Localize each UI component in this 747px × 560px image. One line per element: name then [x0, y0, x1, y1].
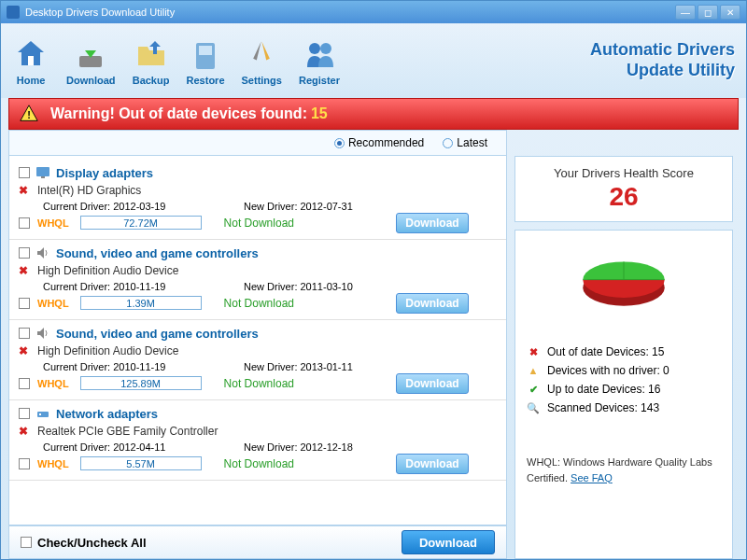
- category-name[interactable]: Sound, video and game controllers: [56, 246, 259, 260]
- device-block: Sound, video and game controllers✖High D…: [9, 320, 506, 400]
- toolbar-restore[interactable]: Restore: [187, 35, 225, 86]
- svg-rect-8: [41, 176, 45, 178]
- checkbox-icon: [21, 537, 32, 548]
- download-status: Not Download: [224, 297, 294, 310]
- svg-rect-3: [199, 46, 212, 55]
- svg-rect-0: [28, 56, 34, 65]
- radio-recommended[interactable]: Recommended: [334, 136, 424, 149]
- toolbar-download[interactable]: Download: [66, 35, 116, 86]
- toolbar-settings[interactable]: Settings: [242, 35, 282, 86]
- device-block: Network adapters✖Realtek PCIe GBE Family…: [9, 400, 506, 481]
- category-name[interactable]: Sound, video and game controllers: [56, 327, 259, 341]
- category-name[interactable]: Network adapters: [56, 407, 158, 421]
- toolbar-label: Settings: [242, 75, 282, 86]
- stat-text: Devices with no driver: 0: [547, 364, 669, 377]
- device-checkbox[interactable]: [19, 167, 30, 178]
- stat-line: ✖Out of date Devices: 15: [527, 343, 721, 361]
- outdated-icon: ✖: [19, 344, 32, 357]
- check-all-label: Check/Uncheck All: [37, 536, 147, 550]
- display-icon: [35, 165, 50, 180]
- stat-line: ▲Devices with no driver: 0: [527, 361, 721, 380]
- minimize-button[interactable]: —: [675, 5, 696, 20]
- warning-bar: ! Warning! Out of date devices found: 15: [8, 98, 739, 130]
- app-window: Desktop Drivers Download Utility — ◻ ✕ H…: [0, 0, 747, 560]
- outdated-icon: ✖: [19, 425, 32, 438]
- radio-icon: [443, 138, 453, 148]
- device-name: High Definition Audio Device: [37, 264, 178, 277]
- right-panel: Your Drivers Health Score 26: [514, 130, 733, 559]
- toolbar-label: Register: [299, 75, 340, 86]
- content-area: ! Warning! Out of date devices found: 15…: [1, 98, 746, 559]
- network-icon: [35, 406, 50, 421]
- whql-checkbox[interactable]: [19, 217, 30, 229]
- whql-row: WHQL5.57MNot DownloadDownload: [19, 455, 497, 472]
- download-button[interactable]: Download: [396, 213, 469, 233]
- footer-row: Check/Uncheck All Download: [8, 525, 507, 559]
- new-driver-date: New Driver: 2011-03-10: [244, 281, 353, 292]
- brand-line2: Update Utility: [590, 61, 735, 81]
- toolbar-label: Restore: [187, 75, 225, 86]
- warning-count: 15: [311, 105, 328, 122]
- current-driver-date: Current Driver: 2012-04-11: [43, 441, 244, 453]
- category-name[interactable]: Display adapters: [56, 166, 153, 180]
- check-all-toggle[interactable]: Check/Uncheck All: [21, 536, 147, 550]
- toolbar-label: Download: [66, 75, 116, 86]
- score-value: 26: [525, 182, 723, 212]
- whql-note-text: WHQL: Windows Hardware Quality Labs Cert…: [527, 456, 712, 483]
- backup-icon: [133, 35, 170, 73]
- device-list[interactable]: Display adapters✖Intel(R) HD GraphicsCur…: [8, 156, 507, 525]
- toolbar-backup[interactable]: Backup: [133, 35, 170, 86]
- download-button[interactable]: Download: [396, 454, 469, 474]
- radio-latest[interactable]: Latest: [443, 136, 487, 149]
- new-driver-date: New Driver: 2012-12-18: [244, 441, 353, 453]
- device-row: ✖High Definition Audio Device: [19, 343, 497, 359]
- whql-checkbox[interactable]: [19, 378, 30, 389]
- download-button[interactable]: Download: [396, 293, 469, 314]
- current-driver-date: Current Driver: 2010-11-19: [43, 281, 244, 292]
- device-checkbox[interactable]: [19, 328, 30, 339]
- new-driver-date: New Driver: 2012-07-31: [244, 201, 353, 212]
- new-driver-date: New Driver: 2013-01-11: [244, 361, 353, 372]
- category-row: Network adapters: [19, 404, 497, 423]
- outdated-icon: ✖: [19, 184, 32, 197]
- sound-icon: [35, 326, 50, 341]
- maximize-button[interactable]: ◻: [698, 5, 718, 20]
- device-checkbox[interactable]: [19, 247, 30, 259]
- whql-label: WHQL: [37, 458, 69, 469]
- device-row: ✖Intel(R) HD Graphics: [19, 182, 497, 199]
- category-row: Sound, video and game controllers: [19, 324, 497, 343]
- settings-icon: [243, 35, 280, 73]
- restore-icon: [187, 35, 224, 73]
- whql-row: WHQL72.72MNot DownloadDownload: [19, 214, 497, 231]
- filter-row: Recommended Latest: [8, 130, 507, 156]
- score-title: Your Drivers Health Score: [525, 166, 723, 180]
- current-driver-date: Current Driver: 2010-11-19: [43, 361, 244, 372]
- category-row: Sound, video and game controllers: [19, 244, 497, 262]
- app-icon: [7, 6, 20, 19]
- svg-point-4: [309, 43, 320, 54]
- toolbar-label: Home: [17, 75, 46, 86]
- size-bar: 5.57M: [80, 456, 202, 470]
- download-status: Not Download: [224, 457, 294, 470]
- whql-checkbox[interactable]: [19, 298, 30, 309]
- warning-icon: !: [19, 104, 39, 124]
- toolbar-register[interactable]: Register: [299, 35, 340, 86]
- close-button[interactable]: ✕: [720, 5, 740, 20]
- svg-rect-9: [37, 412, 49, 417]
- faq-link[interactable]: See FAQ: [571, 472, 613, 483]
- download-button[interactable]: Download: [396, 373, 469, 394]
- date-row: Current Driver: 2010-11-19New Driver: 20…: [19, 359, 497, 374]
- device-checkbox[interactable]: [19, 408, 30, 419]
- date-row: Current Driver: 2012-03-19New Driver: 20…: [19, 199, 497, 214]
- radio-label: Recommended: [348, 136, 424, 149]
- whql-label: WHQL: [37, 298, 69, 309]
- current-driver-date: Current Driver: 2012-03-19: [43, 201, 244, 212]
- whql-checkbox[interactable]: [19, 458, 30, 469]
- whql-row: WHQL1.39MNot DownloadDownload: [19, 294, 497, 312]
- download-all-button[interactable]: Download: [402, 530, 495, 554]
- device-row: ✖High Definition Audio Device: [19, 262, 497, 279]
- svg-rect-10: [39, 413, 41, 415]
- toolbar-home[interactable]: Home: [12, 35, 49, 86]
- stat-line: ✔Up to date Devices: 16: [527, 380, 721, 399]
- main-row: Recommended Latest Display adapters✖Inte…: [8, 130, 739, 559]
